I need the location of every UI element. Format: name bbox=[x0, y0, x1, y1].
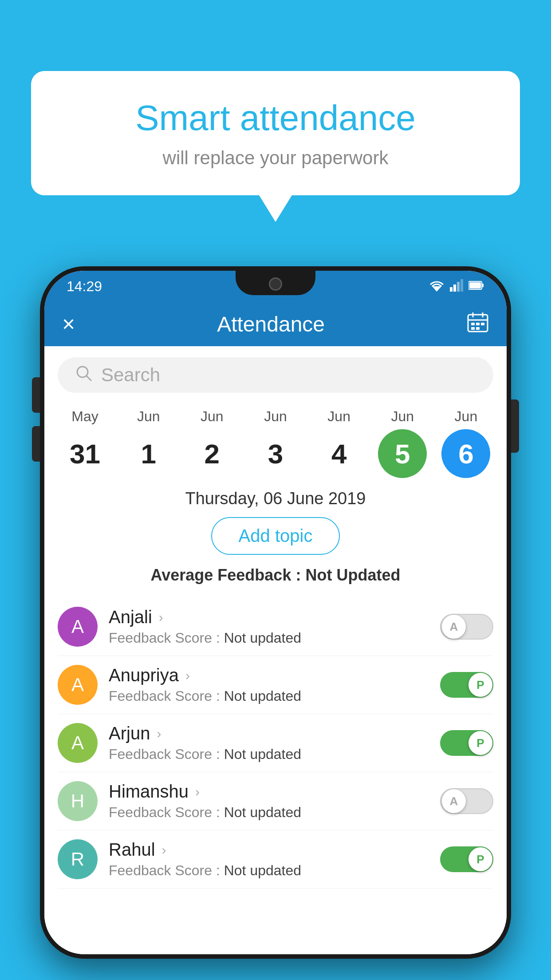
battery-icon bbox=[468, 281, 484, 292]
svg-rect-7 bbox=[469, 282, 481, 288]
cal-date-number[interactable]: 3 bbox=[251, 429, 300, 478]
student-item[interactable]: AArjun ›Feedback Score : Not updatedP bbox=[58, 714, 493, 772]
calendar-day[interactable]: Jun2 bbox=[181, 408, 243, 478]
svg-rect-1 bbox=[450, 287, 453, 292]
student-name: Arjun › bbox=[109, 723, 429, 743]
close-button[interactable]: × bbox=[62, 311, 75, 337]
avg-feedback: Average Feedback : Not Updated bbox=[44, 566, 507, 585]
student-item[interactable]: HHimanshu ›Feedback Score : Not updatedA bbox=[58, 772, 493, 830]
header-title: Attendance bbox=[217, 312, 325, 336]
search-bar[interactable]: Search bbox=[58, 357, 493, 393]
svg-rect-4 bbox=[460, 279, 463, 292]
svg-rect-3 bbox=[457, 282, 460, 292]
chevron-icon: › bbox=[159, 610, 163, 625]
student-name: Anupriya › bbox=[109, 665, 429, 685]
attendance-toggle[interactable]: P bbox=[440, 846, 493, 872]
bubble-subtitle: will replace your paperwork bbox=[67, 147, 484, 169]
chevron-icon: › bbox=[162, 842, 166, 858]
cal-date-number[interactable]: 1 bbox=[124, 429, 173, 478]
cal-date-number[interactable]: 31 bbox=[61, 429, 110, 478]
app-header: × Attendance bbox=[44, 302, 507, 346]
cal-date-number[interactable]: 2 bbox=[188, 429, 236, 478]
attendance-toggle[interactable]: A bbox=[440, 614, 493, 640]
attendance-toggle[interactable]: P bbox=[440, 730, 493, 756]
cal-month-label: Jun bbox=[264, 408, 287, 425]
attendance-toggle[interactable]: A bbox=[440, 788, 493, 814]
svg-rect-2 bbox=[453, 285, 456, 292]
selected-date: Thursday, 06 June 2019 bbox=[44, 489, 507, 508]
phone-screen: 14:29 bbox=[44, 271, 507, 954]
chevron-icon: › bbox=[185, 668, 190, 683]
phone-power-button bbox=[511, 399, 519, 453]
cal-date-number[interactable]: 5 bbox=[378, 429, 427, 478]
cal-month-label: Jun bbox=[201, 408, 224, 425]
chevron-icon: › bbox=[195, 784, 200, 799]
cal-date-number[interactable]: 6 bbox=[441, 429, 490, 478]
calendar-day[interactable]: Jun5 bbox=[371, 408, 433, 478]
cal-month-label: Jun bbox=[391, 408, 414, 425]
svg-rect-14 bbox=[481, 323, 484, 325]
svg-point-17 bbox=[77, 367, 88, 377]
student-item[interactable]: AAnjali ›Feedback Score : Not updatedA bbox=[58, 598, 493, 656]
svg-rect-13 bbox=[476, 323, 480, 325]
calendar-day[interactable]: Jun6 bbox=[435, 408, 497, 478]
toggle-knob: P bbox=[468, 673, 492, 697]
phone-notch bbox=[236, 271, 315, 295]
svg-rect-15 bbox=[471, 327, 475, 330]
wifi-icon bbox=[429, 279, 445, 293]
cal-date-number[interactable]: 4 bbox=[315, 429, 363, 478]
student-item[interactable]: RRahul ›Feedback Score : Not updatedP bbox=[58, 830, 493, 889]
student-avatar: R bbox=[58, 839, 98, 879]
status-time: 14:29 bbox=[67, 278, 102, 295]
student-avatar: H bbox=[58, 781, 98, 821]
calendar-day[interactable]: Jun1 bbox=[118, 408, 180, 478]
phone-volume-up-button bbox=[32, 377, 40, 413]
svg-line-18 bbox=[87, 376, 91, 381]
student-name: Rahul › bbox=[109, 840, 429, 860]
svg-rect-6 bbox=[482, 284, 484, 287]
svg-marker-0 bbox=[432, 286, 441, 292]
calendar-strip: May31Jun1Jun2Jun3Jun4Jun5Jun6 bbox=[44, 399, 507, 478]
student-info: Rahul ›Feedback Score : Not updated bbox=[98, 840, 440, 879]
cal-month-label: May bbox=[71, 408, 98, 425]
student-info: Anupriya ›Feedback Score : Not updated bbox=[98, 665, 440, 704]
attendance-toggle[interactable]: P bbox=[440, 672, 493, 698]
cal-month-label: Jun bbox=[327, 408, 350, 425]
speech-bubble: Smart attendance will replace your paper… bbox=[31, 71, 520, 195]
calendar-day[interactable]: Jun3 bbox=[244, 408, 307, 478]
calendar-icon[interactable] bbox=[467, 311, 489, 337]
student-name: Anjali › bbox=[109, 607, 429, 627]
app-content: Search May31Jun1Jun2Jun3Jun4Jun5Jun6 Thu… bbox=[44, 346, 507, 954]
svg-rect-16 bbox=[476, 327, 480, 330]
add-topic-button[interactable]: Add topic bbox=[211, 517, 340, 555]
student-feedback: Feedback Score : Not updated bbox=[109, 688, 429, 704]
student-feedback: Feedback Score : Not updated bbox=[109, 630, 429, 646]
student-item[interactable]: AAnupriya ›Feedback Score : Not updatedP bbox=[58, 656, 493, 714]
chevron-icon: › bbox=[157, 726, 161, 741]
svg-rect-12 bbox=[471, 323, 475, 325]
phone-shell: 14:29 bbox=[40, 266, 511, 959]
student-avatar: A bbox=[58, 723, 98, 763]
student-info: Anjali ›Feedback Score : Not updated bbox=[98, 607, 440, 646]
search-icon bbox=[75, 365, 92, 386]
student-avatar: A bbox=[58, 607, 98, 647]
phone-container: 14:29 bbox=[40, 266, 511, 980]
toggle-knob: A bbox=[442, 789, 466, 813]
student-feedback: Feedback Score : Not updated bbox=[109, 746, 429, 763]
bubble-title: Smart attendance bbox=[67, 98, 484, 138]
front-camera bbox=[269, 277, 282, 291]
search-input[interactable]: Search bbox=[101, 364, 160, 386]
student-feedback: Feedback Score : Not updated bbox=[109, 862, 429, 879]
student-name: Himanshu › bbox=[109, 782, 429, 802]
signal-icon bbox=[450, 279, 463, 293]
phone-volume-down-button bbox=[32, 426, 40, 462]
student-avatar: A bbox=[58, 665, 98, 705]
toggle-knob: P bbox=[468, 847, 492, 871]
cal-month-label: Jun bbox=[455, 408, 478, 425]
student-list: AAnjali ›Feedback Score : Not updatedAAA… bbox=[44, 598, 507, 889]
toggle-knob: P bbox=[468, 731, 492, 755]
student-info: Himanshu ›Feedback Score : Not updated bbox=[98, 782, 440, 821]
cal-month-label: Jun bbox=[137, 408, 160, 425]
calendar-day[interactable]: May31 bbox=[54, 408, 116, 478]
calendar-day[interactable]: Jun4 bbox=[308, 408, 370, 478]
